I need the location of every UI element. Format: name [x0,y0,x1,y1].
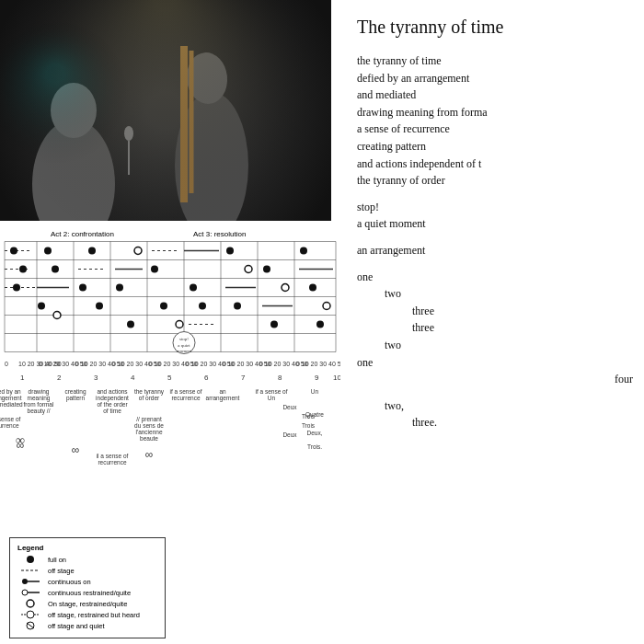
svg-text:Quatre: Quatre [305,411,324,419]
svg-text:0: 0 [5,361,8,367]
legend-item-continuous-restrained: continuous restrained/quite [17,588,157,597]
svg-text:9: 9 [315,374,319,382]
svg-point-50 [316,321,324,328]
poem-line: two, [357,397,633,415]
svg-text:pattern: pattern [66,395,86,402]
svg-text:of the order: of the order [97,401,128,408]
svg-point-31 [13,284,20,292]
svg-point-36 [88,247,96,255]
poem-line: three [357,303,633,320]
svg-point-52 [134,247,142,255]
poem-spacer [357,388,633,397]
svg-text:l'ancienne: l'ancienne [135,429,162,435]
poem-line: drawing meaning from forma [357,104,633,121]
svg-text:recurrence: recurrence [98,459,126,466]
poem-content: the tyranny of time defied by an arrange… [357,52,633,431]
svg-point-43 [199,303,206,310]
svg-point-38 [116,284,123,292]
svg-text:2: 2 [57,374,62,382]
svg-text:stop!: stop! [179,337,189,341]
poem-line: four [357,371,633,388]
poem-line: creating pattern [357,138,633,155]
poem-line: two [357,337,633,354]
svg-point-33 [52,266,59,273]
poem-line: and mediated [357,86,633,104]
svg-text:arrangement: arrangement [206,395,240,402]
svg-text:6: 6 [204,374,209,382]
svg-text:and mediated: and mediated [0,401,23,408]
score-diagram: Act 2: confrontation Act 3: resolution [0,221,340,644]
svg-point-37 [96,303,103,310]
svg-point-130 [27,611,34,618]
svg-text:of order: of order [139,395,160,401]
svg-text:∞: ∞ [72,443,80,456]
svg-text:Deux,: Deux, [307,430,323,436]
legend-item-off-quiet: off stage and quiet [17,621,157,630]
svg-point-44 [226,247,234,255]
svg-text:1: 1 [20,374,25,382]
svg-point-39 [127,321,134,328]
svg-text:Trois.: Trois. [307,443,322,450]
svg-point-54 [245,266,252,273]
svg-text:beaute: beaute [140,435,158,442]
legend-item-continuous-on: continuous on [17,577,157,586]
svg-text:of time: of time [103,408,121,414]
poem-spacer [357,190,633,199]
svg-text:moment: moment [177,349,192,353]
right-panel: The tyranny of time the tyranny of time … [340,0,644,644]
poem-line: the tyranny of time [357,52,633,70]
svg-text:beauty //: beauty // [28,408,51,415]
svg-text:3: 3 [94,374,98,382]
poem-line: a quiet moment [357,215,633,233]
svg-point-123 [27,556,34,563]
svg-text:5: 5 [167,374,172,382]
poem-line: defied by an arrangement [357,70,633,87]
svg-text:from formal: from formal [24,401,54,408]
svg-text:if a sense of: if a sense of [169,388,201,395]
poem-line: an arrangement [357,242,633,259]
svg-point-55 [282,284,289,292]
poem-spacer [357,259,633,269]
svg-text:Deux: Deux [282,404,297,410]
svg-text:∞: ∞ [16,433,25,447]
legend-item-off-restrained: off stage, restrained but heard [17,610,157,619]
svg-point-32 [44,247,52,255]
svg-point-49 [309,284,316,292]
svg-point-51 [53,312,61,319]
act2-label: Act 2: confrontation [51,230,114,238]
svg-text:Un: Un [268,395,276,401]
svg-text:an: an [219,388,226,395]
poem-line: three [357,319,633,337]
svg-text:if a sense of: if a sense of [255,388,287,395]
svg-text:recurrence: recurrence [0,422,19,429]
svg-text:du sens de: du sens de [134,422,164,429]
poem-line: stop! [357,199,633,216]
svg-text:10: 10 [333,374,340,382]
svg-point-42 [190,284,197,292]
legend-item-off-stage: off stage [17,566,157,575]
svg-text:∞: ∞ [145,448,154,461]
svg-point-46 [263,266,270,273]
svg-point-29 [10,247,17,255]
svg-text:and actions: and actions [97,388,128,395]
svg-point-127 [22,590,28,595]
svg-text:Deux: Deux [282,431,297,438]
poem-line: one [357,354,633,372]
svg-point-53 [176,321,183,328]
svg-text:recurrence: recurrence [171,395,200,401]
poem-line: a sense of recurrence [357,121,633,138]
svg-text:a quiet: a quiet [178,343,190,348]
act3-label: Act 3: resolution [193,230,246,238]
svg-point-56 [323,303,330,310]
poem-title: The tyranny of time [357,17,633,38]
poem-line: three. [357,414,633,431]
svg-text:4: 4 [131,374,135,382]
svg-point-41 [160,303,167,310]
poem-line: and actions independent of t [357,155,633,173]
svg-text:Trois: Trois [302,422,316,429]
poem-line: two [357,285,633,303]
svg-point-125 [22,579,28,584]
legend-title: Legend [17,544,157,552]
svg-text:il a sense of: il a sense of [97,453,129,459]
left-panel: Act 2: confrontation Act 3: resolution [0,0,340,644]
